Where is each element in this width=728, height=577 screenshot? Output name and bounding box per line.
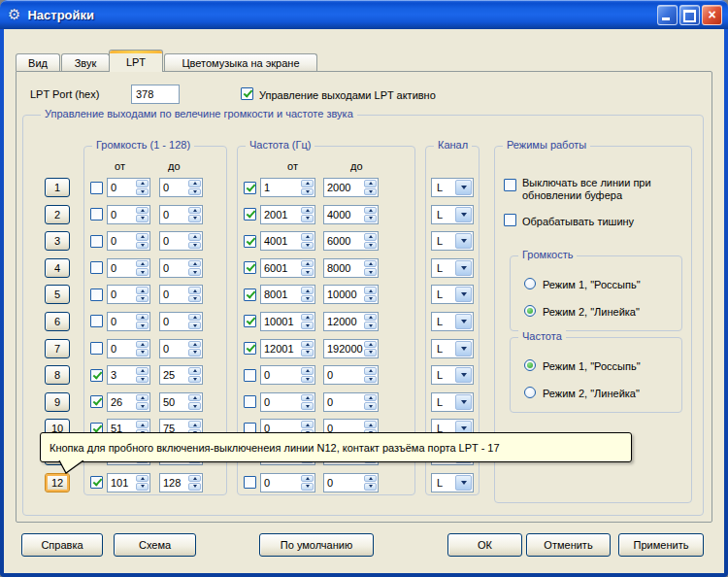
volume-to-spinner-5-up-button[interactable] [188,287,201,294]
volume-to-spinner-12[interactable]: 128 [159,473,203,492]
volume-from-spinner-5-down-button[interactable] [136,295,149,303]
volume-to-spinner-1-up-button[interactable] [188,180,201,187]
volume-from-spinner-4[interactable]: 0 [107,258,150,278]
frequency-from-spinner-8[interactable]: 0 [260,365,315,385]
volume-to-spinner-8-up-button[interactable] [188,367,201,375]
titlebar[interactable]: ⚙ Настройки × [0,0,728,29]
ok-button[interactable]: ОК [447,533,522,557]
frequency-from-spinner-5-value[interactable]: 8001 [261,286,300,303]
volume-from-spinner-6[interactable]: 0 [107,312,150,331]
volume-to-spinner-12-up-button[interactable] [188,475,201,483]
frequency-to-spinner-6-value[interactable]: 12000 [324,313,363,330]
frequency-from-spinner-2-down-button[interactable] [301,215,314,222]
channel-select-2[interactable]: L [431,205,474,224]
frequency-to-spinner-1[interactable]: 2000 [323,178,379,197]
frequency-from-spinner-5-down-button[interactable] [301,295,314,303]
volume-to-spinner-9-down-button[interactable] [188,402,201,410]
frequency-from-spinner-9-value[interactable]: 0 [261,393,300,411]
volume-from-spinner-6-down-button[interactable] [136,322,149,329]
volume-to-spinner-2[interactable]: 0 [159,205,203,224]
frequency-to-spinner-9-up-button[interactable] [364,394,377,402]
volume-to-spinner-2-up-button[interactable] [188,207,201,215]
volume-from-spinner-12[interactable]: 101 [107,473,150,492]
volume-enable-checkbox-4[interactable] [90,261,103,274]
frequency-from-spinner-9-down-button[interactable] [301,402,314,410]
channel-select-5-dropdown-button[interactable] [455,287,472,302]
line-button-3[interactable]: 3 [45,231,70,251]
volume-from-spinner-8-value[interactable]: 3 [108,366,135,384]
frequency-to-spinner-8-up-button[interactable] [364,367,377,375]
frequency-enable-checkbox-12[interactable] [244,476,256,489]
volume-to-spinner-7-down-button[interactable] [188,349,201,356]
frequency-enable-checkbox-6[interactable] [244,315,256,327]
volume-from-spinner-3-up-button[interactable] [136,233,149,241]
channel-select-2-dropdown-button[interactable] [455,207,472,222]
frequency-from-spinner-1-up-button[interactable] [301,180,314,187]
maximize-button[interactable] [679,5,700,25]
volume-to-spinner-4-up-button[interactable] [188,260,201,268]
frequency-enable-checkbox-8[interactable] [244,369,256,382]
channel-select-7[interactable]: L [431,339,474,358]
volume-to-spinner-10-up-button[interactable] [188,421,201,428]
volume-mode2-radio[interactable] [524,305,536,317]
volume-from-spinner-4-down-button[interactable] [136,268,149,276]
volume-from-spinner-3-value[interactable]: 0 [108,232,135,250]
frequency-enable-checkbox-5[interactable] [244,288,256,301]
volume-from-spinner-5-value[interactable]: 0 [108,286,135,303]
line-button-4[interactable]: 4 [45,258,70,278]
volume-to-spinner-8[interactable]: 25 [159,365,203,385]
frequency-to-spinner-12-down-button[interactable] [364,483,377,491]
volume-to-spinner-7-value[interactable]: 0 [160,340,187,357]
channel-select-6-dropdown-button[interactable] [455,314,472,329]
volume-from-spinner-9-up-button[interactable] [136,394,149,402]
tab-zvuk[interactable]: Звук [61,53,110,71]
channel-select-8[interactable]: L [431,365,474,385]
volume-from-spinner-5-up-button[interactable] [136,287,149,294]
volume-enable-checkbox-12[interactable] [90,476,103,489]
frequency-from-spinner-1[interactable]: 1 [260,178,315,197]
frequency-from-spinner-8-up-button[interactable] [301,367,314,375]
line-button-8[interactable]: 8 [45,365,70,385]
frequency-from-spinner-8-down-button[interactable] [301,376,314,384]
tab-color-music[interactable]: Цветомузыка на экране [164,53,317,71]
volume-enable-checkbox-9[interactable] [90,395,103,408]
volume-from-spinner-8-down-button[interactable] [136,376,149,384]
frequency-from-spinner-6-down-button[interactable] [301,322,314,329]
frequency-from-spinner-12-up-button[interactable] [301,475,314,483]
volume-from-spinner-7-value[interactable]: 0 [108,340,135,357]
volume-to-spinner-2-down-button[interactable] [188,215,201,222]
lpt-port-input[interactable]: 378 [131,85,180,104]
frequency-from-spinner-3-value[interactable]: 4001 [261,232,300,250]
frequency-to-spinner-12-up-button[interactable] [364,475,377,483]
frequency-to-spinner-9-value[interactable]: 0 [324,393,363,411]
frequency-to-spinner-4-value[interactable]: 8000 [324,259,363,277]
volume-mode1-radio[interactable] [524,278,536,289]
volume-to-spinner-12-down-button[interactable] [188,483,201,491]
frequency-to-spinner-12[interactable]: 0 [323,473,379,492]
volume-from-spinner-1-up-button[interactable] [136,180,149,187]
frequency-to-spinner-3-down-button[interactable] [364,242,377,250]
frequency-to-spinner-6[interactable]: 12000 [323,312,379,331]
channel-select-12[interactable]: L [431,473,474,492]
frequency-mode2-radio[interactable] [524,387,536,398]
volume-from-spinner-7[interactable]: 0 [107,339,150,358]
frequency-to-spinner-3-up-button[interactable] [364,233,377,241]
frequency-to-spinner-5-down-button[interactable] [364,295,377,303]
volume-from-spinner-6-value[interactable]: 0 [108,313,135,330]
volume-from-spinner-2-up-button[interactable] [136,207,149,215]
volume-from-spinner-5[interactable]: 0 [107,285,150,304]
frequency-to-spinner-5-value[interactable]: 10000 [324,286,363,303]
volume-from-spinner-2[interactable]: 0 [107,205,150,224]
frequency-to-spinner-1-up-button[interactable] [364,180,377,187]
frequency-from-spinner-5-up-button[interactable] [301,287,314,294]
volume-enable-checkbox-6[interactable] [90,315,103,327]
volume-enable-checkbox-7[interactable] [90,342,103,355]
volume-to-spinner-5[interactable]: 0 [159,285,203,304]
frequency-to-spinner-3-value[interactable]: 6000 [324,232,363,250]
volume-to-spinner-3-down-button[interactable] [188,242,201,250]
volume-to-spinner-9-up-button[interactable] [188,394,201,402]
volume-to-spinner-3[interactable]: 0 [159,231,203,251]
volume-enable-checkbox-5[interactable] [90,288,103,301]
frequency-to-spinner-5[interactable]: 10000 [323,285,379,304]
frequency-to-spinner-1-down-button[interactable] [364,188,377,196]
